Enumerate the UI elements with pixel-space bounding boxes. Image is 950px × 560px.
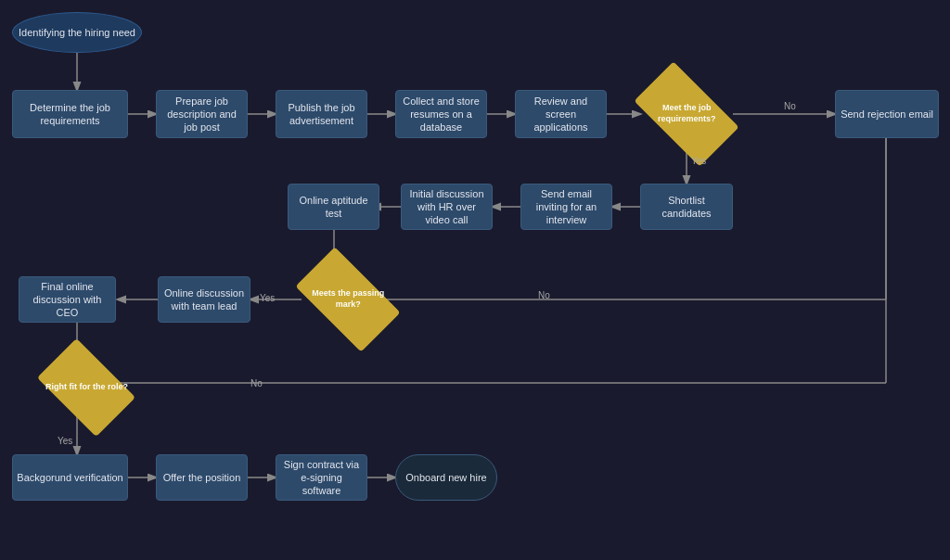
node-final-ceo: Final online discussion with CEO [19,276,116,323]
label-no-meets: No [538,290,550,300]
node-collect: Collect and store resumes on a database [395,90,487,138]
node-identifying: Identifying the hiring need [12,12,142,53]
label-yes-right: Yes [58,436,72,446]
node-initial-discuss: Initial discussion with HR over video ca… [401,184,493,230]
node-meets-diamond: Meets the passing mark? [295,247,400,351]
node-background: Backgorund verification [12,454,128,501]
node-sign: Sign contract via e-signing software [276,454,367,501]
node-send-rejection: Send rejection email [835,90,939,138]
node-determine: Determine the job requirements [12,90,128,138]
node-prepare: Prepare job description and job post [156,90,248,138]
node-shortlist: Shortlist candidates [640,184,733,230]
label-no-right: No [250,378,263,388]
node-online-apt: Online aptitude test [288,184,379,230]
node-publish: Publish the job advertisement [276,90,367,138]
node-send-invite: Send email inviting for an interview [520,184,612,230]
label-no-meet: No [784,101,796,111]
node-onboard: Onboard new hire [395,454,497,501]
node-online-team: Online discussion with team lead [158,276,250,323]
node-review: Review and screen applications [515,90,607,138]
label-yes-meets: Yes [260,293,275,303]
node-offer: Offer the position [156,454,248,501]
node-meet-diamond: Meet the job requirements? [634,61,738,166]
label-yes-meet: Yes [691,156,706,166]
flowchart: Identifying the hiring need Determine th… [0,0,950,560]
node-right-fit: Right fit for the role? [37,338,135,437]
